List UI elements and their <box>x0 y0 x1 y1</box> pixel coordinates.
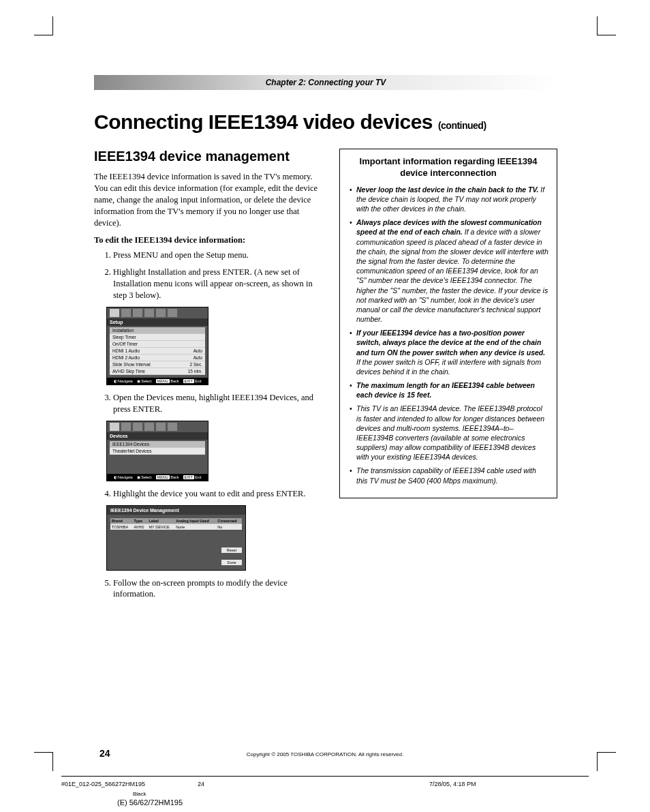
tab-icon <box>133 423 142 431</box>
page-title: Connecting IEEE1394 video devices (conti… <box>94 110 557 134</box>
section-heading: IEEE1394 device management <box>94 149 319 164</box>
info-item: This TV is an IEEE1394A device. The IEEE… <box>348 404 548 462</box>
menu-footer: ◐ Navigate ◉ Select MENU Back EXIT Exit <box>107 474 208 481</box>
menu-row-installation: Installation <box>110 327 205 334</box>
footer-pagenum: 24 <box>198 781 429 787</box>
info-item: Always place devices with the slowest co… <box>348 217 548 324</box>
menu-row: Sleep Timer <box>110 334 205 341</box>
tab-icon <box>168 309 177 317</box>
menu-tabs <box>107 307 208 318</box>
footer-model: (E) 56/62/72HM195 <box>117 798 183 807</box>
title-continued: (continued) <box>438 120 486 131</box>
device-table: Brand Type Label Analog Input Used Conne… <box>110 518 242 530</box>
tab-icon <box>144 309 154 317</box>
col-type: Type <box>133 518 148 524</box>
col-connected: Connected <box>216 518 242 524</box>
menu-row: TheaterNet Devices <box>110 448 205 455</box>
footer-filename: #01E_012-025_566272HM195 <box>61 781 198 787</box>
device-mgmt-figure: IEEE1394 Device Management Brand Type La… <box>106 505 246 571</box>
devices-menu-figure: Devices IEEE1394 Devices TheaterNet Devi… <box>106 421 208 481</box>
tab-icon <box>144 423 154 431</box>
tab-icon <box>121 423 131 431</box>
menu-footer: ◐ Navigate ◉ Select MENU Back EXIT Exit <box>107 378 208 385</box>
info-item: If your IEEE1394 device has a two-positi… <box>348 328 548 376</box>
col-label: Label <box>148 518 175 524</box>
footer-black: Black <box>133 791 146 797</box>
menu-header: Devices <box>107 432 208 440</box>
step-5: Follow the on-screen prompts to modify t… <box>113 577 319 601</box>
menu-row: AVHD Skip Time15 min. <box>110 368 205 375</box>
tab-icon <box>156 423 166 431</box>
tab-icon <box>110 423 119 431</box>
col-analog: Analog Input Used <box>174 518 216 524</box>
info-item: The maximum length for an IEEE1394 cable… <box>348 380 548 400</box>
menu-row-ieee1394: IEEE1394 Devices <box>110 441 205 448</box>
info-box-title: Important information regarding IEEE1394… <box>348 156 548 179</box>
menu-row: HDMI 1 AudioAuto <box>110 348 205 355</box>
menu-tabs <box>107 421 208 432</box>
reset-button: Reset <box>221 547 242 553</box>
edit-lead: To edit the IEEE1394 device information: <box>94 235 319 245</box>
table-title: IEEE1394 Device Management <box>107 506 245 515</box>
step-4: Highlight the device you want to edit an… <box>113 488 319 500</box>
chapter-bar: Chapter 2: Connecting your TV <box>94 75 557 90</box>
tab-icon <box>110 309 119 317</box>
copyright: Copyright © 2005 TOSHIBA CORPORATION. Al… <box>0 751 650 757</box>
done-button: Done <box>221 560 242 565</box>
menu-header: Setup <box>107 318 208 326</box>
crop-mark <box>34 16 53 35</box>
title-main: Connecting IEEE1394 video devices <box>94 110 433 133</box>
footer-datetime: 7/28/05, 4:18 PM <box>429 781 589 787</box>
info-box: Important information regarding IEEE1394… <box>339 149 557 498</box>
footer-divider <box>61 776 589 777</box>
crop-mark <box>597 16 616 35</box>
table-row: TOSHIBA AVHD MY DEVICE None No <box>110 524 242 530</box>
intro-paragraph: The IEEE1394 device information is saved… <box>94 171 319 228</box>
menu-row: On/Off Timer <box>110 341 205 348</box>
step-3: Open the Devices menu, highlight IEEE139… <box>113 392 319 415</box>
tab-icon <box>121 309 131 317</box>
info-item: The transmission capability of IEEE1394 … <box>348 466 548 485</box>
tab-icon <box>133 309 142 317</box>
step-2: Highlight Installation and press ENTER. … <box>113 267 319 301</box>
setup-menu-figure: Setup Installation Sleep Timer On/Off Ti… <box>106 307 208 385</box>
info-item: Never loop the last device in the chain … <box>348 185 548 214</box>
menu-row: HDMI 2 AudioAuto <box>110 355 205 361</box>
step-1: Press MENU and open the Setup menu. <box>113 250 319 261</box>
menu-row: Slide Show Interval2 Sec. <box>110 361 205 368</box>
tab-icon <box>168 423 177 431</box>
col-brand: Brand <box>110 518 133 524</box>
tab-icon <box>156 309 166 317</box>
